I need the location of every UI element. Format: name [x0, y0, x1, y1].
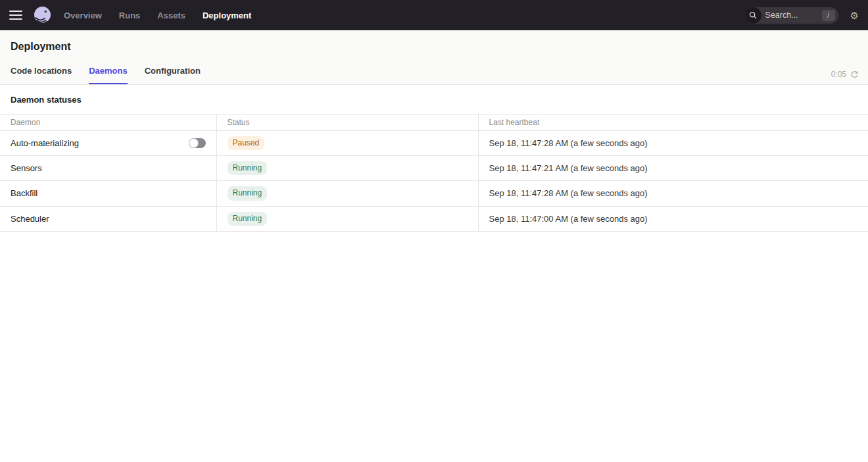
- tab-configuration[interactable]: Configuration: [145, 66, 201, 84]
- global-search[interactable]: /: [745, 7, 838, 24]
- topbar-right: / ⚙: [745, 7, 859, 24]
- nav-item-overview[interactable]: Overview: [64, 11, 102, 20]
- refresh-countdown: 0:05: [831, 70, 846, 79]
- table-row-scheduler: Scheduler Running Sep 18, 11:47:00 AM (a…: [0, 206, 868, 231]
- section-title: Daemon statuses: [0, 85, 868, 114]
- daemon-status-table: Daemon Status Last heartbeat Auto-materi…: [0, 114, 868, 232]
- status-badge: Running: [228, 212, 268, 226]
- nav-item-deployment[interactable]: Deployment: [203, 11, 251, 20]
- status-badge: Paused: [228, 136, 265, 150]
- tab-code-locations[interactable]: Code locations: [11, 66, 72, 84]
- settings-gear-icon[interactable]: ⚙: [850, 11, 859, 20]
- table-row-backfill: Backfill Running Sep 18, 11:47:28 AM (a …: [0, 181, 868, 206]
- daemon-name: Scheduler: [11, 214, 49, 224]
- column-header-status: Status: [216, 115, 478, 131]
- page-header: Deployment Code locations Daemons Config…: [0, 30, 868, 85]
- search-shortcut-badge: /: [822, 10, 835, 21]
- nav-item-runs[interactable]: Runs: [119, 11, 141, 20]
- status-badge: Running: [228, 161, 268, 175]
- toggle-knob: [189, 138, 199, 148]
- search-icon: [745, 7, 761, 24]
- auto-materializing-toggle[interactable]: [189, 138, 206, 148]
- table-row-auto-materializing: Auto-materializing Paused Sep 18, 11:47:…: [0, 131, 868, 156]
- primary-nav: Overview Runs Assets Deployment: [64, 11, 251, 20]
- top-navigation-bar: Overview Runs Assets Deployment / ⚙: [0, 0, 868, 30]
- last-heartbeat-value: Sep 18, 11:47:00 AM (a few seconds ago): [478, 206, 868, 231]
- daemon-name: Auto-materializing: [11, 138, 79, 148]
- page-title: Deployment: [11, 30, 857, 66]
- daemon-name: Sensors: [11, 163, 42, 173]
- column-header-daemon: Daemon: [0, 115, 216, 131]
- status-badge: Running: [228, 186, 268, 200]
- last-heartbeat-value: Sep 18, 11:47:28 AM (a few seconds ago): [478, 181, 868, 206]
- daemon-name: Backfill: [11, 188, 37, 198]
- auto-refresh-indicator: 0:05: [831, 70, 859, 79]
- nav-item-assets[interactable]: Assets: [157, 11, 185, 20]
- deployment-tabs: Code locations Daemons Configuration: [11, 66, 857, 84]
- last-heartbeat-value: Sep 18, 11:47:21 AM (a few seconds ago): [478, 156, 868, 181]
- last-heartbeat-value: Sep 18, 11:47:28 AM (a few seconds ago): [478, 131, 868, 156]
- tab-daemons[interactable]: Daemons: [89, 66, 128, 84]
- hamburger-menu-icon[interactable]: [9, 11, 22, 20]
- daemons-content: Daemon statuses Daemon Status Last heart…: [0, 85, 868, 232]
- search-input[interactable]: [761, 11, 822, 20]
- dagster-logo[interactable]: [33, 6, 52, 25]
- table-header-row: Daemon Status Last heartbeat: [0, 115, 868, 131]
- refresh-icon[interactable]: [850, 70, 859, 79]
- column-header-last-heartbeat: Last heartbeat: [478, 115, 868, 131]
- table-row-sensors: Sensors Running Sep 18, 11:47:21 AM (a f…: [0, 156, 868, 181]
